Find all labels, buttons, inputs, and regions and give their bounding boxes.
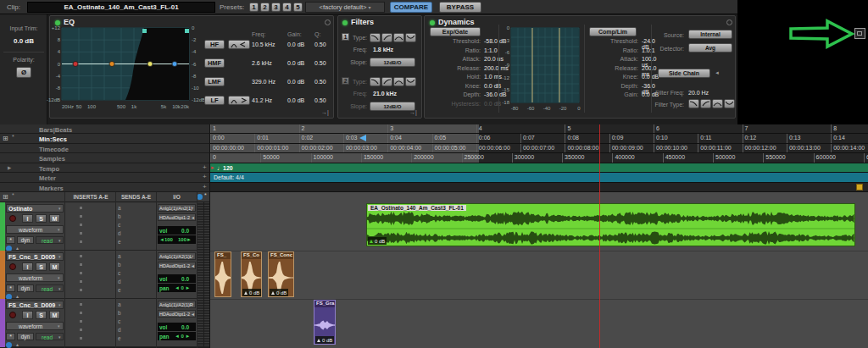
insert-slot[interactable] — [80, 303, 82, 306]
eq-band-freq[interactable]: 329.0 Hz — [252, 79, 275, 85]
output-path-selector[interactable]: Anlg1(1)/A2(1)L▾ — [158, 252, 196, 260]
filter1-type-highpass-icon[interactable] — [381, 33, 392, 42]
interface-path-selector[interactable]: HDAudOtpt1-2◄ — [158, 310, 196, 318]
output-path-selector[interactable]: Anlg1(1)/A2(1)R▾ — [158, 301, 196, 308]
meter-ruler[interactable]: Default: 4/4 — [210, 173, 868, 183]
markers-ruler[interactable] — [210, 183, 868, 192]
preset-button-2[interactable]: 2 — [260, 3, 270, 12]
filter-freq-value[interactable]: 1.8 kHz — [373, 47, 393, 52]
dynamics-target-icon[interactable] — [726, 19, 732, 25]
filter2-type-lowpass-icon[interactable] — [370, 77, 381, 86]
pan-display[interactable]: pan◄ 0 ► — [158, 332, 196, 340]
record-enable-button[interactable] — [9, 312, 16, 318]
filter1-type-lowpass-icon[interactable] — [370, 33, 381, 42]
eq-band-gain[interactable]: 0.0 dB — [287, 41, 304, 47]
track-dyn-button[interactable]: dyn — [17, 236, 34, 244]
track-arrow-icon[interactable]: ▴ — [16, 245, 19, 251]
eq-band-gain[interactable]: 0.0 dB — [287, 79, 304, 85]
detector-button[interactable]: Avg — [688, 43, 732, 52]
compare-button[interactable]: COMPARE — [390, 2, 432, 13]
eq-band-gain[interactable]: 0.0 dB — [287, 60, 304, 66]
send-slot[interactable]: a — [118, 205, 121, 211]
filter1-type-bandpass-icon[interactable] — [393, 33, 404, 42]
send-slot[interactable]: a — [118, 253, 121, 259]
insert-slot[interactable] — [80, 280, 82, 283]
clip-gain-badge[interactable]: 0 dB — [315, 336, 334, 344]
filters-power-led[interactable] — [342, 20, 348, 25]
track-misc-icon[interactable] — [6, 342, 12, 348]
track-view-selector[interactable]: waveform▾ — [6, 225, 64, 234]
eq-band-button-lmf[interactable]: LMF — [204, 77, 225, 86]
preset-button-5[interactable]: 5 — [293, 3, 303, 12]
insert-slot[interactable] — [80, 337, 82, 340]
clip-gain-badge[interactable]: 0 dB — [270, 289, 288, 296]
send-slot[interactable]: c — [118, 270, 120, 276]
filter-freq-value[interactable]: 20.0 Hz — [688, 90, 709, 96]
sidechain-filter-lowpass-icon[interactable] — [688, 99, 699, 108]
eq-shape-toggle-hf[interactable] — [228, 40, 250, 49]
clip-gain-badge[interactable]: 0 dB — [242, 289, 261, 296]
track-name[interactable]: Ostinato▾ — [6, 204, 64, 213]
eq-band-q[interactable]: 0.50 — [314, 79, 326, 85]
interface-path-selector[interactable]: HDAudOtpt1-2◄ — [158, 213, 196, 221]
insert-slot[interactable] — [80, 263, 82, 266]
track-freeze-button[interactable]: * — [6, 333, 15, 340]
automation-mode-selector[interactable]: read▾ — [36, 236, 64, 244]
track-dyn-button[interactable]: dyn — [17, 284, 34, 292]
bars-ruler[interactable]: 12345678 — [210, 124, 868, 134]
insert-slot[interactable] — [80, 320, 82, 323]
preset-button-1[interactable]: 1 — [249, 3, 259, 12]
ruler-header-meter[interactable]: Meter+ — [0, 173, 210, 183]
insert-slot[interactable] — [80, 240, 82, 243]
clip-name-field[interactable]: EA_Ostinato_140_Am_Cast3_FL-01 — [27, 2, 215, 13]
sidechain-filter-notch-icon[interactable] — [724, 99, 735, 108]
eq-band-q[interactable]: 0.50 — [314, 60, 326, 66]
track-dyn-button[interactable]: dyn — [17, 333, 34, 340]
sidechain-filter-bandpass-icon[interactable] — [712, 99, 723, 108]
polarity-button[interactable]: Ø — [16, 67, 31, 78]
insert-slot[interactable] — [80, 215, 82, 218]
insert-slot[interactable] — [80, 224, 82, 226]
(clip)-FS_[interactable]: FS_ — [214, 251, 231, 297]
solo-button[interactable]: S — [36, 262, 47, 271]
source-button[interactable]: Internal — [688, 30, 732, 39]
filter-slope-button[interactable]: 12dB/O — [370, 102, 415, 111]
automation-mode-selector[interactable]: read▾ — [36, 333, 64, 340]
input-button[interactable]: I — [22, 311, 33, 319]
insert-slot[interactable] — [80, 272, 82, 274]
input-button[interactable]: I — [22, 262, 33, 271]
send-slot[interactable]: e — [118, 287, 121, 293]
input-button[interactable]: I — [22, 214, 33, 223]
send-slot[interactable]: d — [118, 230, 121, 236]
insert-slot[interactable] — [80, 329, 82, 331]
solo-button[interactable]: S — [36, 214, 47, 223]
eq-band-button-hmf[interactable]: HMF — [204, 58, 225, 68]
insert-slot[interactable] — [80, 255, 82, 257]
volume-display[interactable]: vol0.0 — [158, 226, 196, 235]
filter-slope-button[interactable]: 12dB/O — [370, 58, 415, 67]
volume-display[interactable]: vol0.0 — [158, 323, 196, 331]
mute-button[interactable]: M — [49, 214, 60, 223]
volume-display[interactable]: vol0.0 — [158, 274, 196, 283]
filter1-type-notch-icon[interactable] — [405, 33, 416, 42]
solo-button[interactable]: S — [36, 311, 47, 319]
send-slot[interactable]: b — [118, 262, 121, 268]
filter-freq-value[interactable]: 21.0 kHz — [373, 91, 397, 97]
(clip)-FS_Gra[interactable]: FS_Gra0 dB — [314, 300, 336, 345]
pan-display[interactable]: pan◄ 0 ► — [158, 284, 196, 292]
record-enable-button[interactable] — [9, 215, 16, 222]
(clip)-FS_Co[interactable]: FS_Co0 dB — [241, 251, 262, 297]
insert-slot[interactable] — [80, 207, 82, 209]
eq-end-arrow-icon[interactable]: →| — [321, 109, 329, 115]
minsecs-ruler[interactable]: 0:000:010:020:030:040:050:060:070:080:09… — [210, 134, 868, 144]
ruler-view-icon[interactable]: ⊞ — [3, 135, 8, 142]
playhead-marker[interactable] — [359, 135, 366, 141]
track-view-selector[interactable]: waveform▾ — [6, 322, 64, 330]
ruler-header-timecode[interactable]: Timecode — [0, 144, 210, 153]
side-chain-button[interactable]: Side Chain — [658, 69, 710, 78]
ruler-expander-icon[interactable]: ▶ — [8, 165, 11, 170]
track-freeze-button[interactable]: * — [6, 236, 15, 244]
send-slot[interactable]: e — [118, 335, 121, 341]
ruler-add-icon[interactable]: + — [203, 183, 207, 191]
interface-path-selector[interactable]: HDAudOtpt1-2◄ — [158, 262, 196, 269]
